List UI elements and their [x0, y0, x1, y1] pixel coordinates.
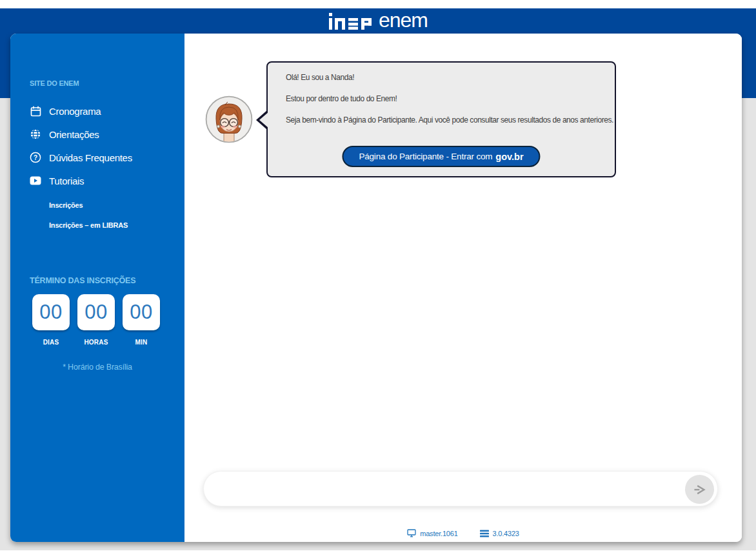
header-logo: enem — [0, 8, 756, 34]
sidebar-item-label: Orientações — [49, 129, 99, 140]
status-footer: master.1061 3.0.4323 — [184, 529, 742, 537]
nanda-avatar — [205, 95, 253, 143]
sidebar-item-duvidas-frequentes[interactable]: ? Dúvidas Frequentes — [10, 146, 184, 169]
sidebar-subitem-inscricoes[interactable]: Inscrições — [10, 195, 184, 215]
version-label: 3.0.4323 — [493, 530, 519, 537]
countdown-hours-value: 00 — [85, 301, 107, 324]
countdown-minutes-label: MIN — [123, 339, 160, 346]
sidebar-item-label: Tutoriais — [49, 175, 84, 186]
countdown-days-box: 00 — [32, 294, 70, 330]
build-label: master.1061 — [420, 530, 457, 537]
version-status: 3.0.4323 — [480, 529, 519, 537]
inep-logo-icon — [328, 13, 372, 30]
sidebar-subitem-label: Inscrições — [49, 201, 83, 209]
sidebar-item-label: Cronograma — [49, 106, 101, 117]
sidebar-item-cronograma[interactable]: Cronograma — [10, 99, 184, 123]
govbr-brand: gov.br — [495, 152, 523, 162]
enem-wordmark: enem — [379, 10, 428, 32]
countdown-title: TÉRMINO DAS INSCRIÇÕES — [30, 276, 135, 285]
countdown-hours-label: HORAS — [77, 339, 115, 346]
countdown-minutes-box: 00 — [123, 294, 160, 330]
countdown-minutes-value: 00 — [130, 301, 152, 324]
build-status: master.1061 — [407, 529, 457, 537]
svg-text:?: ? — [34, 154, 37, 161]
server-stack-icon — [480, 530, 489, 537]
calendar-icon — [30, 105, 41, 117]
send-button[interactable] — [685, 475, 714, 504]
countdown-labels: DIAS HORAS MIN — [32, 339, 160, 346]
bot-message-bubble: Olá! Eu sou a Nanda! Estou por dentro de… — [266, 61, 616, 177]
countdown-days-value: 00 — [39, 301, 62, 324]
countdown-days-label: DIAS — [32, 339, 70, 346]
sidebar: SITE DO ENEM Cronograma — [10, 34, 184, 542]
youtube-icon — [30, 175, 41, 186]
sidebar-subnav: Inscrições Inscrições – em LIBRAS — [10, 195, 184, 235]
sidebar-item-tutoriais[interactable]: Tutoriais — [10, 169, 184, 192]
question-circle-icon: ? — [30, 152, 41, 163]
page: enem SITE DO ENEM Cronograma — [0, 0, 756, 560]
globe-icon — [30, 128, 41, 140]
sidebar-nav: Cronograma — [10, 99, 184, 192]
sidebar-section-label: SITE DO ENEM — [30, 79, 79, 87]
pagina-participante-govbr-button[interactable]: Página do Participante - Entrar com gov.… — [342, 146, 540, 167]
bot-message: Olá! Eu sou a Nanda! — [286, 72, 596, 82]
chat-input[interactable] — [204, 472, 717, 506]
send-icon — [693, 483, 707, 497]
monitor-icon — [407, 529, 416, 537]
sidebar-subitem-label: Inscrições – em LIBRAS — [49, 221, 128, 229]
sidebar-subitem-inscricoes-libras[interactable]: Inscrições – em LIBRAS — [10, 215, 184, 235]
bot-message: Estou por dentro de tudo do Enem! — [286, 94, 596, 103]
chat-input-bar — [203, 471, 718, 506]
countdown-hours-box: 00 — [77, 294, 115, 330]
bot-message: Seja bem-vindo à Página do Participante.… — [286, 115, 596, 125]
sidebar-item-label: Dúvidas Frequentes — [49, 152, 132, 163]
chat-pane: Olá! Eu sou a Nanda! Estou por dentro de… — [184, 34, 742, 542]
sidebar-item-orientacoes[interactable]: Orientações — [10, 123, 184, 146]
countdown: 00 00 00 — [32, 294, 160, 330]
chatbot-widget: SITE DO ENEM Cronograma — [10, 34, 742, 542]
brasilia-time-note: * Horário de Brasília — [10, 363, 184, 372]
govbr-button-text: Página do Participante - Entrar com — [359, 152, 492, 161]
